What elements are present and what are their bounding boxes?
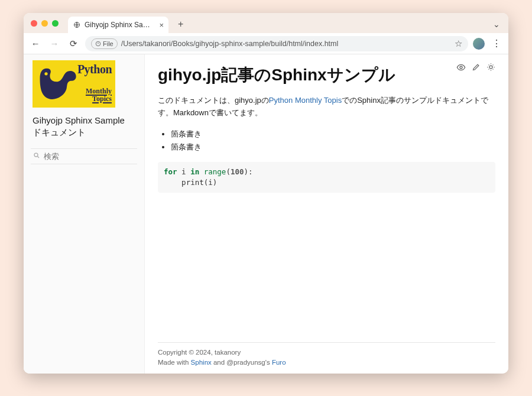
close-tab-button[interactable]: × [159,21,164,30]
sidebar: Python Monthly Topics Gihyojp Sphinx Sam… [24,54,145,374]
tab-overflow-button[interactable]: ⌄ [489,20,504,29]
reload-button[interactable]: ⟳ [66,37,80,51]
minimize-window-button[interactable] [41,20,48,27]
url-field[interactable]: File /Users/takanori/Books/gihyojp-sphin… [85,36,468,51]
search-input[interactable] [44,152,143,161]
tab-title: Gihyojp Sphinx Sample ドキュ [85,20,155,30]
sphinx-link[interactable]: Sphinx [191,359,212,366]
page-tools [456,63,495,74]
browser-menu-button[interactable]: ⋮ [489,38,504,49]
tab-bar: Gihyojp Sphinx Sample ドキュ × + ⌄ [24,13,508,33]
logo-image: Python Monthly Topics [33,60,115,108]
url-path: /Users/takanori/Books/gihyojp-sphinx-sam… [121,40,451,48]
made-with-text: Made with Sphinx and @pradyunsg's Furo [158,358,495,368]
svg-point-4 [460,66,462,69]
forward-button[interactable]: → [47,37,61,51]
search-box[interactable] [31,148,137,164]
globe-icon [73,21,81,29]
logo-python-text: Python [77,63,112,76]
main-content: gihyo.jp記事のSphinxサンプル このドキュメントは、gihyo.jp… [145,54,508,374]
browser-window: Gihyojp Sphinx Sample ドキュ × + ⌄ ← → ⟳ Fi… [24,13,508,374]
window-controls [31,20,59,27]
python-snake-icon [37,64,82,104]
svg-point-2 [44,72,47,75]
profile-avatar[interactable] [473,38,485,50]
edit-page-icon[interactable] [472,63,481,74]
code-block: for i in range(100): print(i) [158,162,495,193]
svg-point-3 [34,153,38,157]
site-logo[interactable]: Python Monthly Topics [33,60,135,108]
back-button[interactable]: ← [28,37,43,51]
url-scheme-label: File [103,40,113,47]
maximize-window-button[interactable] [52,20,59,27]
url-scheme-chip: File [91,38,118,49]
furo-link[interactable]: Furo [272,359,286,366]
list-item: 箇条書き [171,141,495,154]
search-icon [33,152,40,161]
python-monthly-topics-link[interactable]: Python Monthly Topis [269,96,342,105]
browser-tab[interactable]: Gihyojp Sphinx Sample ドキュ × [68,17,168,33]
page-title: gihyo.jp記事のSphinxサンプル [158,64,495,86]
view-source-icon[interactable] [456,63,466,74]
new-tab-button[interactable]: + [176,19,186,30]
page-content: Python Monthly Topics Gihyojp Sphinx Sam… [24,54,508,374]
intro-paragraph: このドキュメントは、gihyo.jpのPython Monthly Topisで… [158,95,495,119]
address-bar: ← → ⟳ File /Users/takanori/Books/gihyojp… [24,33,508,54]
logo-monthly-topics-text: Monthly Topics [86,87,112,103]
svg-point-5 [489,66,492,69]
site-title[interactable]: Gihyojp Sphinx Sample ドキュメント [24,112,144,145]
copyright-text: Copyright © 2024, takanory [158,348,495,358]
bookmark-star-icon[interactable]: ☆ [455,38,462,49]
page-footer: Copyright © 2024, takanory Made with Sph… [158,342,495,368]
bullet-list: 箇条書き 箇条書き [158,128,495,154]
close-window-button[interactable] [31,20,37,27]
theme-toggle-icon[interactable] [486,63,495,74]
list-item: 箇条書き [171,128,495,141]
